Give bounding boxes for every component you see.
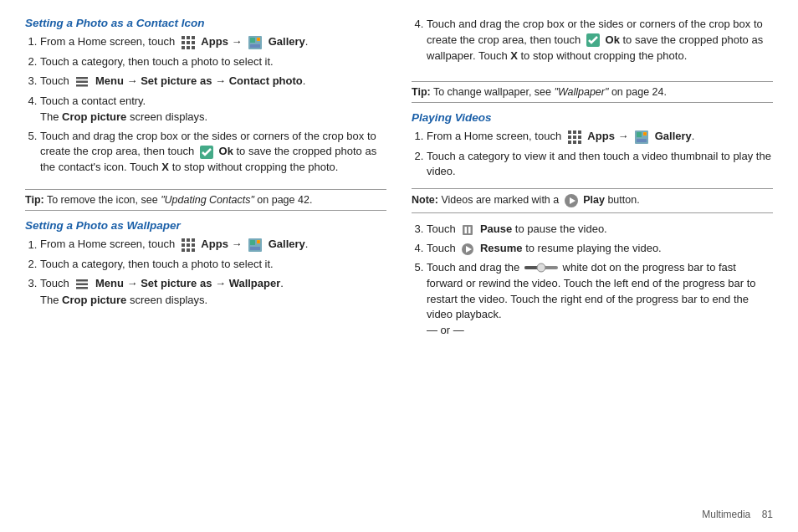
svg-rect-2 (192, 36, 195, 39)
svg-point-59 (537, 263, 545, 272)
svg-rect-34 (76, 287, 88, 289)
svg-rect-42 (568, 141, 571, 144)
right-column: Touch and drag the crop box or the sides… (412, 17, 773, 515)
svg-rect-39 (568, 136, 571, 139)
video-step4: Touch Resume to resume playing the video… (427, 241, 773, 257)
svg-rect-53 (465, 227, 468, 233)
svg-rect-28 (250, 240, 255, 245)
svg-rect-44 (578, 141, 581, 144)
svg-rect-8 (192, 46, 195, 49)
svg-rect-15 (76, 80, 88, 83)
page-footer: Multimedia 81 (702, 509, 773, 520)
svg-rect-33 (76, 283, 88, 285)
section2-title: Setting a Photo as Wallpaper (25, 219, 386, 232)
section-playing-videos: Playing Videos From a Home screen, touch (412, 111, 773, 345)
svg-rect-52 (463, 225, 473, 235)
gallery-label-3: Gallery (655, 130, 692, 142)
video-step2: Touch a category to view it and then tou… (427, 149, 773, 181)
svg-rect-25 (187, 248, 190, 252)
svg-rect-46 (637, 132, 642, 137)
svg-rect-40 (573, 136, 576, 139)
svg-rect-20 (192, 238, 195, 242)
step1-2: Touch a category, then touch a photo to … (40, 54, 386, 70)
svg-rect-32 (76, 279, 88, 282)
check-icon-2 (586, 33, 601, 48)
svg-point-13 (258, 38, 260, 41)
svg-rect-36 (568, 130, 571, 134)
tip-box-2: Tip: To change wallpaper, see "Wallpaper… (412, 81, 773, 103)
videos-steps: From a Home screen, touch (427, 129, 773, 181)
svg-rect-4 (187, 41, 190, 44)
svg-rect-22 (187, 243, 190, 247)
video-step5: Touch and drag the white dot on the prog… (427, 260, 773, 339)
section1-title: Setting a Photo as a Contact Icon (25, 17, 386, 29)
step2-3: Touch Menu → Set picture as → Wallpaper.… (40, 276, 386, 309)
svg-point-49 (644, 132, 647, 135)
svg-rect-24 (182, 248, 185, 252)
apps-icon (180, 34, 197, 51)
section-videos-title: Playing Videos (412, 111, 773, 124)
svg-rect-21 (182, 243, 185, 247)
section1-steps: From a Home screen, touch (40, 34, 386, 176)
note-box: Note: Videos are marked with a Play butt… (412, 188, 773, 213)
menu-label-2: Menu (95, 277, 124, 289)
step1-1: From a Home screen, touch (40, 34, 386, 51)
videos-steps2: Touch Pause to pause the video. Touch (427, 222, 773, 339)
gallery-label-2: Gallery (269, 238, 305, 251)
svg-rect-37 (573, 130, 576, 134)
step1-3: Touch Menu → Set picture as → Contact ph… (40, 74, 386, 90)
svg-rect-6 (182, 46, 185, 49)
apps-icon-3 (566, 129, 583, 146)
resume-icon (460, 242, 475, 257)
menu-label-1: Menu (95, 74, 124, 87)
gallery-icon-2 (247, 237, 263, 253)
svg-rect-38 (578, 130, 581, 134)
play-circle-icon (564, 193, 579, 208)
svg-rect-10 (250, 38, 255, 43)
tip-box-1: Tip: To remove the icon, see "Updating C… (25, 189, 386, 211)
video-step1: From a Home screen, touch (427, 129, 773, 146)
svg-rect-1 (187, 36, 190, 39)
svg-rect-41 (578, 136, 581, 139)
right-step4: Touch and drag the crop box or the sides… (427, 17, 773, 68)
svg-rect-19 (187, 238, 190, 242)
or-text: — or — (427, 324, 464, 336)
svg-rect-48 (637, 139, 647, 142)
svg-rect-54 (468, 227, 471, 233)
progress-bar-icon (524, 261, 558, 274)
svg-rect-14 (76, 77, 88, 79)
step1-4: Touch a contact entry. The Crop picture … (40, 94, 386, 125)
pause-icon (460, 223, 475, 238)
apps-label-3: Apps (587, 130, 615, 142)
footer-page: 81 (762, 509, 773, 520)
svg-rect-5 (192, 41, 195, 44)
svg-rect-18 (182, 238, 185, 242)
footer-category: Multimedia (702, 509, 750, 520)
gallery-icon-1 (247, 34, 263, 51)
apps-label-2: Apps (201, 238, 228, 251)
apps-label: Apps (201, 35, 228, 48)
page: Setting a Photo as a Contact Icon From a… (0, 0, 798, 532)
check-icon-1 (199, 145, 214, 160)
svg-rect-30 (250, 247, 260, 250)
gallery-label-1: Gallery (269, 35, 305, 48)
svg-point-31 (258, 241, 260, 243)
apps-icon-2 (180, 237, 197, 253)
svg-rect-43 (573, 141, 576, 144)
svg-rect-23 (192, 243, 195, 247)
section-contact-icon: Setting a Photo as a Contact Icon From a… (25, 17, 386, 181)
section2-steps: From a Home screen, touch (40, 237, 386, 309)
svg-rect-0 (182, 36, 185, 39)
step1-5: Touch and drag the crop box or the sides… (40, 129, 386, 176)
svg-rect-26 (192, 248, 195, 252)
svg-rect-3 (182, 41, 185, 44)
svg-rect-16 (76, 84, 88, 87)
svg-rect-7 (187, 46, 190, 49)
menu-icon-2 (74, 276, 90, 293)
step2-2: Touch a category, then touch a photo to … (40, 257, 386, 273)
left-column: Setting a Photo as a Contact Icon From a… (25, 17, 386, 515)
video-step3: Touch Pause to pause the video. (427, 222, 773, 238)
menu-icon-1 (74, 74, 90, 90)
right-step4-item: Touch and drag the crop box or the sides… (427, 17, 773, 64)
gallery-icon-3 (633, 129, 650, 146)
